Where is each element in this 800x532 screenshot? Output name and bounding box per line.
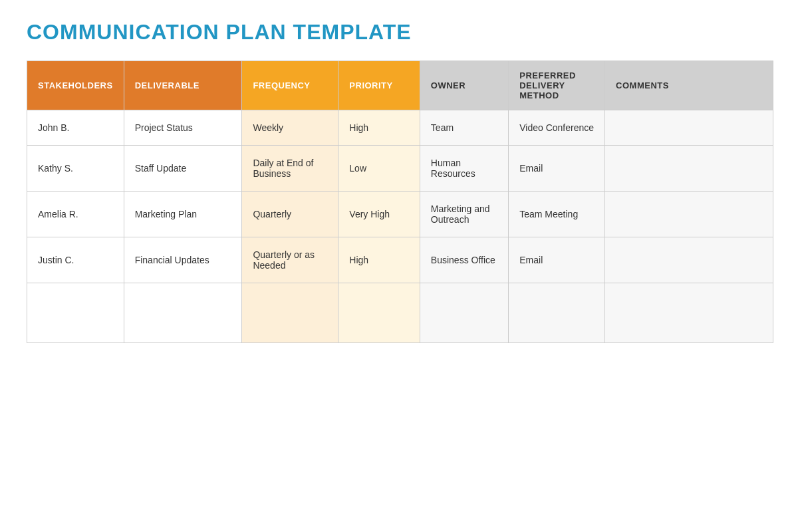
cell-deliverable: Marketing Plan xyxy=(124,192,242,237)
cell-frequency: Quarterly xyxy=(242,192,338,237)
cell-comments xyxy=(605,283,773,343)
cell-deliverable xyxy=(124,283,242,343)
col-header-priority: PRIORITY xyxy=(338,61,420,110)
col-header-owner: OWNER xyxy=(420,61,508,110)
table-row xyxy=(27,283,773,343)
table-row: Kathy S.Staff UpdateDaily at End of Busi… xyxy=(27,146,773,192)
cell-owner: Human Resources xyxy=(420,146,508,192)
page-title: COMMUNICATION PLAN TEMPLATE xyxy=(27,20,773,45)
communication-plan-table: STAKEHOLDERS DELIVERABLE FREQUENCY PRIOR… xyxy=(27,61,773,343)
cell-priority: High xyxy=(338,237,420,283)
cell-deliverable: Project Status xyxy=(124,110,242,146)
cell-priority xyxy=(338,283,420,343)
cell-comments xyxy=(605,110,773,146)
col-header-delivery: PREFERRED DELIVERY METHOD xyxy=(509,61,605,110)
cell-frequency: Daily at End of Business xyxy=(242,146,338,192)
cell-delivery xyxy=(509,283,605,343)
cell-deliverable: Financial Updates xyxy=(124,237,242,283)
cell-owner: Business Office xyxy=(420,237,508,283)
table-row: Amelia R.Marketing PlanQuarterlyVery Hig… xyxy=(27,192,773,237)
cell-comments xyxy=(605,237,773,283)
cell-owner xyxy=(420,283,508,343)
cell-delivery: Email xyxy=(509,237,605,283)
cell-frequency: Weekly xyxy=(242,110,338,146)
cell-stakeholder: John B. xyxy=(27,110,124,146)
cell-comments xyxy=(605,192,773,237)
cell-frequency xyxy=(242,283,338,343)
col-header-frequency: FREQUENCY xyxy=(242,61,338,110)
cell-stakeholder: Kathy S. xyxy=(27,146,124,192)
cell-stakeholder xyxy=(27,283,124,343)
col-header-stakeholders: STAKEHOLDERS xyxy=(27,61,124,110)
cell-owner: Team xyxy=(420,110,508,146)
cell-priority: High xyxy=(338,110,420,146)
table-header-row: STAKEHOLDERS DELIVERABLE FREQUENCY PRIOR… xyxy=(27,61,773,110)
cell-delivery: Video Conference xyxy=(509,110,605,146)
col-header-deliverable: DELIVERABLE xyxy=(124,61,242,110)
cell-comments xyxy=(605,146,773,192)
cell-delivery: Team Meeting xyxy=(509,192,605,237)
cell-priority: Very High xyxy=(338,192,420,237)
table-row: Justin C.Financial UpdatesQuarterly or a… xyxy=(27,237,773,283)
cell-stakeholder: Amelia R. xyxy=(27,192,124,237)
table-row: John B.Project StatusWeeklyHighTeamVideo… xyxy=(27,110,773,146)
cell-deliverable: Staff Update xyxy=(124,146,242,192)
cell-owner: Marketing and Outreach xyxy=(420,192,508,237)
col-header-comments: COMMENTS xyxy=(605,61,773,110)
cell-stakeholder: Justin C. xyxy=(27,237,124,283)
cell-frequency: Quarterly or as Needed xyxy=(242,237,338,283)
cell-priority: Low xyxy=(338,146,420,192)
cell-delivery: Email xyxy=(509,146,605,192)
